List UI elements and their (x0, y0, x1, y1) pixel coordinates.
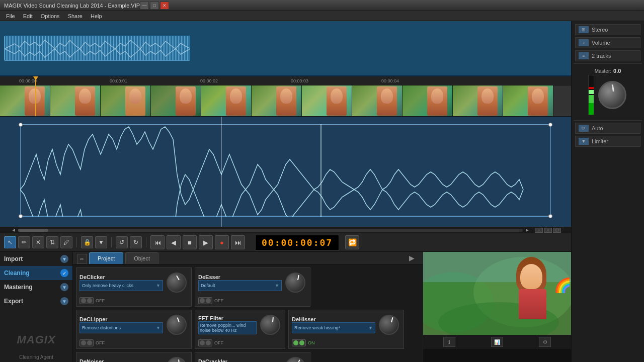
fftfilter-toggle-label: OFF (214, 340, 223, 345)
close-btn[interactable]: ✕ (160, 2, 169, 10)
master-knob[interactable] (598, 81, 626, 109)
redo-btn[interactable]: ↻ (130, 236, 142, 248)
scroll-right-icon[interactable] (524, 228, 531, 233)
declipper-preset[interactable]: Remove distortions ▼ (79, 322, 163, 333)
minimize-btn[interactable]: — (140, 2, 149, 10)
auto-label: Auto (592, 125, 603, 131)
nav-export[interactable]: Export ▼ (0, 294, 72, 308)
desser-preset[interactable]: Default ▼ (198, 280, 282, 291)
play-btn[interactable]: ▶ (199, 235, 213, 249)
left-nav: Import ▼ Cleaning ✓ Mastering ▼ Export ▼… (0, 252, 73, 362)
overview-bar[interactable] (0, 21, 571, 76)
limiter-label: Limiter (592, 138, 608, 144)
zoom-out-icon[interactable]: − (535, 228, 543, 233)
declicker-toggle[interactable] (79, 297, 94, 304)
menu-help[interactable]: Help (87, 12, 106, 20)
pv-chart-btn[interactable]: 📊 (491, 337, 503, 347)
to-end-btn[interactable]: ⏭ (231, 235, 245, 249)
menu-options[interactable]: Options (37, 12, 64, 20)
ruler-mark-1: 00:00:01 (110, 78, 127, 83)
decrackler-knob[interactable] (284, 355, 307, 362)
denoiser-knob[interactable] (165, 355, 188, 362)
stop-btn[interactable]: ■ (183, 235, 197, 249)
titlebar-controls: — □ ✕ (140, 2, 169, 10)
desser-title: DeEsser (198, 274, 282, 280)
cleaning-icon: ✓ (60, 269, 68, 277)
dehisser-knob[interactable] (377, 313, 400, 336)
h-scrollbar[interactable]: − + ⊡ (0, 227, 571, 233)
menubar: File Edit Options Share Help (0, 11, 644, 21)
fftfilter-toggle[interactable] (198, 339, 212, 346)
nav-import[interactable]: Import ▼ (0, 252, 72, 266)
pinwheel: 🌈 (554, 277, 571, 294)
declicker-preset[interactable]: Only remove heavy clicks ▼ (79, 280, 163, 291)
zoom-in-icon[interactable]: + (544, 228, 552, 233)
select-tool-btn[interactable]: ↖ (4, 236, 16, 248)
fftfilter-preset[interactable]: Remove poppin... wind noise below 40 Hz (198, 321, 257, 334)
rewind-btn[interactable]: ◀ (167, 235, 181, 249)
timeline-ruler: 00:00:00 00:00:01 00:00:02 00:00:03 00:0… (0, 76, 571, 85)
pv-settings-btn[interactable]: ⚙ (539, 337, 551, 347)
preview-panel: 🌈 ℹ 📊 ⚙ (423, 252, 571, 362)
master-knob-indicator (612, 84, 614, 92)
menu-edit[interactable]: Edit (19, 12, 37, 20)
limiter-icon: ▼ (579, 138, 589, 145)
tool-declipper: DeCLipper Remove distortions ▼ (76, 310, 192, 349)
tab-object[interactable]: Object (125, 252, 158, 264)
waveform-area[interactable] (0, 117, 571, 227)
rp-bottom-controls: ⟳ Auto ▼ Limiter (574, 123, 642, 147)
vu-meter (588, 75, 594, 115)
menu-file[interactable]: File (2, 12, 19, 20)
decrackler-title: DeCrackler (198, 358, 282, 362)
h-scrollbar-thumb[interactable] (18, 229, 48, 232)
pv-info-btn[interactable]: ℹ (443, 337, 455, 347)
nav-mastering[interactable]: Mastering ▼ (0, 280, 72, 294)
tracks-btn[interactable]: ≡ 2 tracks (575, 50, 640, 61)
paint-tool-btn[interactable]: 🖊 (60, 236, 72, 248)
loop-btn[interactable]: 🔁 (345, 235, 359, 249)
tab-arrow[interactable]: ▶ (405, 252, 419, 264)
master-value: 0.0 (613, 68, 621, 74)
desser-knob[interactable] (284, 271, 307, 294)
auto-btn[interactable]: ⟳ Auto (575, 123, 640, 134)
master-label-row: Master: 0.0 (595, 68, 621, 74)
eraser-tool-btn[interactable]: ✕ (32, 236, 44, 248)
volume-btn[interactable]: ♪ Volume (575, 37, 640, 48)
thumb-5 (201, 85, 252, 117)
dehisser-toggle[interactable] (292, 339, 306, 346)
tab-project[interactable]: Project (89, 252, 123, 264)
nav-export-label: Export (4, 298, 60, 305)
sep3 (146, 237, 146, 247)
undo-btn[interactable]: ↺ (116, 236, 128, 248)
lock-tool-btn[interactable]: 🔒 (81, 236, 93, 248)
cleaning-panel-icon[interactable]: ✏ (77, 254, 87, 264)
split-tool-btn[interactable]: ⇅ (46, 236, 58, 248)
cleaning-agent-label: Cleaning Agent (0, 354, 72, 362)
record-btn[interactable]: ● (215, 235, 229, 249)
desser-toggle[interactable] (198, 297, 212, 304)
bottom-section: Import ▼ Cleaning ✓ Mastering ▼ Export ▼… (0, 252, 571, 362)
h-scrollbar-track[interactable] (18, 229, 523, 232)
draw-tool-btn[interactable]: ✏ (18, 236, 30, 248)
declicker-knob[interactable] (165, 271, 188, 294)
thumb-6 (252, 85, 302, 117)
timecode: 00:00:00:07 (255, 235, 339, 250)
nav-cleaning[interactable]: Cleaning ✓ (0, 266, 72, 280)
sep2 (111, 237, 112, 247)
playhead (35, 76, 36, 117)
declipper-knob[interactable] (165, 313, 188, 336)
stereo-btn[interactable]: ⊞ Stereo (575, 24, 640, 35)
declicker-toggle-dot2 (87, 298, 92, 303)
maximize-btn[interactable]: □ (150, 2, 159, 10)
limiter-btn[interactable]: ▼ Limiter (575, 136, 640, 147)
snap-tool-btn[interactable]: ▼ (95, 236, 107, 248)
declipper-toggle[interactable] (79, 339, 94, 346)
scroll-left-icon[interactable] (10, 228, 17, 233)
fftfilter-knob[interactable] (259, 313, 282, 336)
menu-share[interactable]: Share (64, 12, 87, 20)
desser-toggle-label: OFF (214, 298, 223, 303)
fit-icon[interactable]: ⊡ (553, 228, 561, 233)
desser-toggle-dot (200, 298, 205, 303)
dehisser-preset[interactable]: Remove weak hissing* ▼ (292, 322, 375, 333)
to-start-btn[interactable]: ⏮ (150, 235, 165, 249)
